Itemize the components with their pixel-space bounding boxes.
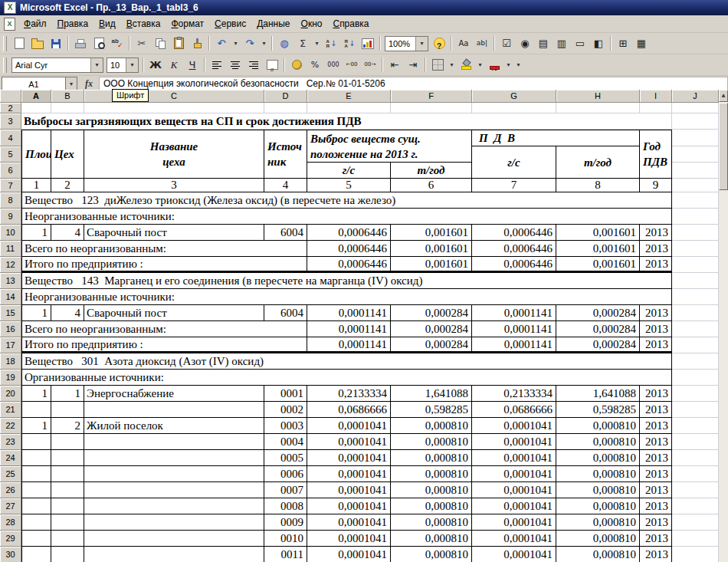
- option-button-control-button[interactable]: ◉: [516, 35, 534, 52]
- cell[interactable]: 1: [21, 418, 51, 434]
- insert-function-icon[interactable]: fx: [77, 78, 99, 90]
- cell[interactable]: [672, 305, 719, 321]
- font-color-button[interactable]: [485, 56, 503, 74]
- cell[interactable]: 1: [21, 225, 51, 241]
- zoom-dropdown-icon[interactable]: ▾: [415, 37, 428, 51]
- cell[interactable]: [672, 418, 719, 434]
- column-header-h[interactable]: H: [556, 90, 640, 103]
- cell[interactable]: 0,001601: [556, 225, 640, 241]
- row-header-3[interactable]: 3: [0, 113, 21, 130]
- cell[interactable]: [21, 103, 51, 113]
- column-header-g[interactable]: G: [472, 90, 556, 103]
- cell[interactable]: 4: [51, 225, 84, 241]
- decrease-indent-button[interactable]: ⇤: [385, 56, 404, 74]
- cell[interactable]: 0,000284: [556, 337, 640, 353]
- cell[interactable]: [84, 514, 264, 531]
- cell[interactable]: [84, 103, 264, 113]
- cell[interactable]: 1: [21, 305, 51, 321]
- header-pdv-gs[interactable]: г/с: [472, 146, 556, 179]
- cell[interactable]: [672, 547, 719, 562]
- cell[interactable]: 2013: [640, 386, 672, 402]
- cell[interactable]: 0,0001041: [307, 482, 391, 498]
- column-number-cell[interactable]: 7: [472, 179, 556, 192]
- cell[interactable]: 0,0001041: [307, 450, 391, 466]
- cell[interactable]: 0,000810: [391, 498, 472, 514]
- cell[interactable]: 0,0001141: [472, 337, 556, 353]
- cell[interactable]: [84, 482, 264, 498]
- toggle-button-control-button[interactable]: ◧: [589, 35, 608, 52]
- sort-ascending-button[interactable]: [322, 35, 340, 52]
- header-plosh[interactable]: Площ: [21, 130, 51, 179]
- row-header-8[interactable]: 8: [0, 192, 21, 209]
- paste-button[interactable]: [169, 35, 188, 52]
- cell[interactable]: [672, 498, 719, 514]
- cell[interactable]: [672, 257, 719, 273]
- cell[interactable]: [672, 209, 719, 225]
- cell[interactable]: [672, 514, 719, 531]
- cell[interactable]: 0,0001041: [307, 466, 391, 482]
- select-all-corner[interactable]: [0, 90, 21, 103]
- cell[interactable]: [84, 402, 264, 418]
- row-header-19[interactable]: 19: [0, 370, 21, 386]
- font-color-dropdown-icon[interactable]: ▾: [503, 56, 513, 74]
- cell[interactable]: 0,000810: [556, 482, 640, 498]
- cell[interactable]: 2013: [640, 514, 672, 531]
- cell[interactable]: 0,001601: [391, 225, 472, 241]
- align-center-button[interactable]: [226, 56, 244, 74]
- column-number-cell[interactable]: 5: [307, 179, 391, 192]
- cell[interactable]: 0,000810: [391, 434, 472, 450]
- cell[interactable]: 0,0001041: [472, 531, 556, 547]
- section-row-cell[interactable]: Вещество 301 Азота диоксид (Азот (IV) ок…: [21, 353, 672, 370]
- print-button[interactable]: [71, 35, 90, 52]
- cell[interactable]: [307, 103, 391, 113]
- cell[interactable]: 0,0001041: [307, 531, 391, 547]
- cell[interactable]: [84, 466, 264, 482]
- row-header-12[interactable]: 12: [0, 257, 21, 273]
- column-header-b[interactable]: B: [51, 90, 84, 103]
- undo-button[interactable]: ↶: [212, 35, 231, 52]
- scroll-up-icon[interactable]: ▲: [719, 90, 728, 102]
- cell[interactable]: [672, 531, 719, 547]
- column-number-cell[interactable]: 6: [391, 179, 472, 192]
- header-gs[interactable]: г/с: [307, 163, 391, 179]
- italic-button[interactable]: К: [165, 56, 183, 74]
- row-header-5[interactable]: 5: [0, 146, 21, 163]
- column-number-cell[interactable]: 1: [21, 179, 51, 192]
- cell[interactable]: 2013: [640, 498, 672, 514]
- cell[interactable]: 2013: [640, 466, 672, 482]
- column-number-cell[interactable]: 4: [264, 179, 307, 192]
- toolbar-grip[interactable]: [3, 58, 7, 73]
- cell[interactable]: 2013: [640, 241, 672, 257]
- vertical-scrollbar[interactable]: ▲: [719, 90, 728, 562]
- section-row-cell[interactable]: Вещество 143 Марганец и его соединения (…: [21, 273, 672, 289]
- section-row-cell[interactable]: Вещество 123 диЖелезо триоксид (Железа о…: [21, 192, 672, 209]
- row-header-24[interactable]: 24: [0, 450, 21, 466]
- autosum-dropdown-icon[interactable]: ▾: [312, 35, 322, 52]
- cell[interactable]: 0,2133334: [307, 386, 391, 402]
- row-header-11[interactable]: 11: [0, 241, 21, 257]
- total-label-cell[interactable]: Всего по неорганизованным:: [21, 321, 307, 337]
- cell[interactable]: 0,000810: [391, 547, 472, 562]
- fill-color-button[interactable]: [457, 56, 475, 74]
- cell[interactable]: [672, 450, 719, 466]
- increase-indent-button[interactable]: ⇥: [404, 56, 422, 74]
- column-header-a[interactable]: A: [21, 90, 51, 103]
- row-header-17[interactable]: 17: [0, 337, 21, 353]
- cell[interactable]: [84, 450, 264, 466]
- menu-window[interactable]: Окно: [296, 16, 328, 31]
- column-header-d[interactable]: D: [264, 90, 307, 103]
- cell[interactable]: 0,000284: [391, 337, 472, 353]
- column-number-cell[interactable]: 2: [51, 179, 84, 192]
- header-pdv-tgod[interactable]: т/год: [556, 146, 640, 179]
- align-left-button[interactable]: [208, 56, 226, 74]
- cell[interactable]: 0,0001141: [307, 305, 391, 321]
- cell[interactable]: [21, 450, 51, 466]
- cell[interactable]: 2013: [640, 337, 672, 353]
- header-tseh[interactable]: Цех: [51, 130, 84, 179]
- cell[interactable]: 0,000810: [556, 418, 640, 434]
- header-tgod[interactable]: т/год: [391, 163, 472, 179]
- cell[interactable]: 2013: [640, 482, 672, 498]
- cell[interactable]: 0005: [264, 450, 307, 466]
- command-button-control-button[interactable]: ▭: [571, 35, 589, 52]
- cell[interactable]: 0,0001041: [472, 514, 556, 531]
